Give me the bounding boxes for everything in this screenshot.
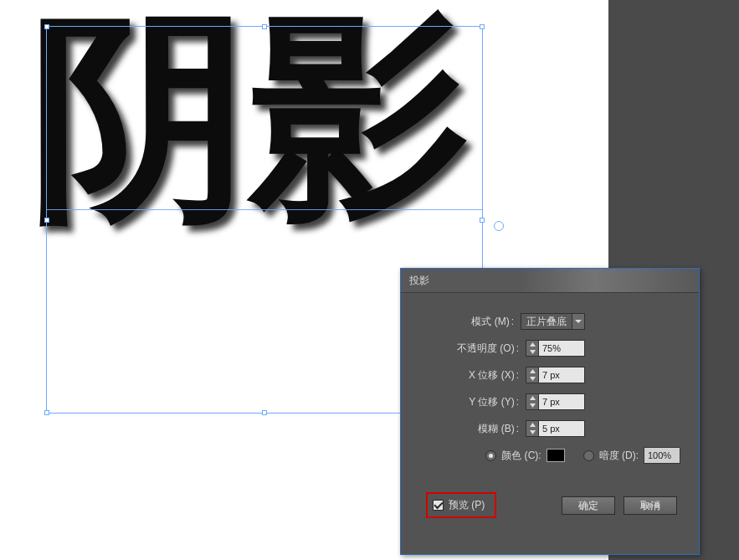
cancel-button[interactable]: 取消 [624, 496, 677, 515]
darkness-spinner[interactable]: 100% [644, 447, 680, 464]
preview-label: 预览 (P) [449, 498, 485, 512]
preview-checkbox[interactable] [433, 500, 444, 511]
mode-label: 模式 (M): [471, 315, 521, 329]
opacity-value[interactable]: 75% [539, 341, 584, 356]
chevron-up-icon[interactable] [526, 341, 538, 348]
chevron-down-icon[interactable] [526, 402, 538, 409]
color-swatch[interactable] [547, 449, 565, 462]
darkness-radio[interactable] [583, 450, 594, 461]
preview-highlight: 预览 (P) [426, 492, 496, 518]
y-offset-label: Y 位移 (Y): [469, 395, 526, 409]
y-offset-spinner[interactable]: 7 px [526, 393, 585, 410]
blur-spinner[interactable]: 5 px [526, 420, 585, 437]
dialog-titlebar[interactable]: 投影 [401, 269, 699, 293]
resize-handle-mid-right[interactable] [480, 218, 485, 223]
darkness-label: 暗度 (D): [599, 449, 639, 463]
x-offset-label: X 位移 (X): [469, 368, 526, 383]
chevron-up-icon[interactable] [526, 421, 538, 429]
dialog-title: 投影 [409, 269, 429, 292]
mode-combobox[interactable]: 正片叠底 [521, 313, 585, 330]
chevron-down-icon[interactable] [526, 429, 538, 436]
color-label: 颜色 (C): [501, 449, 541, 463]
resize-handle-bottom-mid[interactable] [262, 410, 267, 415]
x-offset-spinner[interactable]: 7 px [526, 367, 585, 383]
chevron-down-icon [572, 314, 584, 329]
chevron-down-icon[interactable] [526, 375, 538, 383]
opacity-spinner[interactable]: 75% [526, 340, 585, 357]
mode-value: 正片叠底 [521, 315, 572, 329]
opacity-label: 不透明度 (O): [457, 342, 526, 356]
darkness-value[interactable]: 100% [644, 448, 680, 463]
text-outport-handle[interactable] [494, 221, 504, 231]
color-radio[interactable] [485, 450, 496, 461]
chevron-down-icon[interactable] [526, 348, 538, 356]
chevron-up-icon[interactable] [526, 394, 538, 402]
blur-value[interactable]: 5 px [539, 421, 584, 436]
shadow-sample-text[interactable]: 阴影 [28, 0, 469, 270]
x-offset-value[interactable]: 7 px [539, 367, 584, 383]
chevron-up-icon[interactable] [526, 367, 538, 375]
resize-handle-top-right[interactable] [480, 24, 485, 29]
ok-button[interactable]: 确定 [562, 496, 615, 515]
y-offset-value[interactable]: 7 px [539, 394, 584, 409]
drop-shadow-dialog: 投影 模式 (M): 正片叠底 不透明度 (O): [400, 268, 700, 555]
blur-label: 模糊 (B): [478, 422, 526, 436]
resize-handle-bottom-left[interactable] [44, 410, 49, 415]
